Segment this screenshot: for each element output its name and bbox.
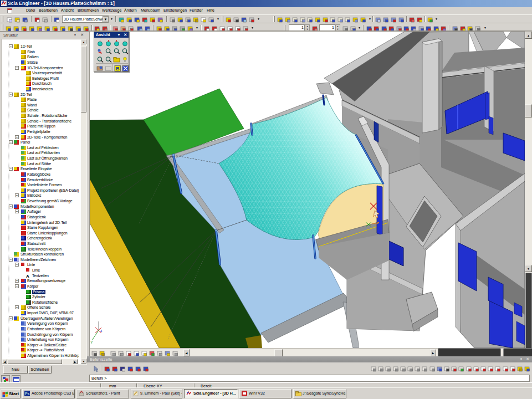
svg-text:z: z [100, 329, 103, 332]
svg-text:B: B [116, 66, 120, 71]
svg-text:Ps: Ps [25, 392, 30, 396]
svg-text:Y: Y [90, 340, 93, 344]
